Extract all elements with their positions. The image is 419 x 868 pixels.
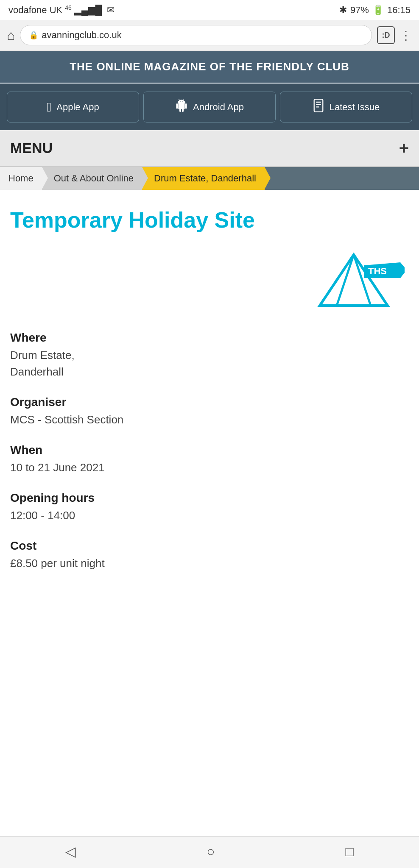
url-text: avanningclub.co.uk [42, 30, 121, 41]
main-content: Temporary Holiday Site THS Where Drum Es… [0, 190, 419, 604]
home-icon[interactable]: ⌂ [7, 28, 15, 43]
opening-hours-value: 12:00 - 14:00 [10, 507, 409, 524]
app-buttons-row:  Apple App Android App Latest Issue [0, 84, 419, 130]
when-label: When [10, 443, 409, 457]
browser-bar: ⌂ 🔒 avanningclub.co.uk :D ⋮ [0, 20, 419, 51]
apple-app-label: Apple App [56, 101, 99, 114]
organiser-label: Organiser [10, 395, 409, 409]
lock-icon: 🔒 [29, 31, 38, 40]
address-bar[interactable]: 🔒 avanningclub.co.uk [20, 25, 372, 45]
system-status: ✱ 97% 🔋 16:15 [339, 5, 411, 16]
cost-value: £8.50 per unit night [10, 555, 409, 572]
where-label: Where [10, 331, 409, 345]
breadcrumb-home[interactable]: Home [0, 167, 42, 190]
status-bar: vodafone UK 46 ▂▄▆█ ✉ ✱ 97% 🔋 16:15 [0, 0, 419, 20]
svg-marker-5 [400, 262, 405, 278]
android-icon [175, 99, 188, 115]
magazine-title: THE ONLINE MAGAZINE OF THE FRIENDLY CLUB [70, 60, 349, 73]
signal-type: 46 [65, 4, 72, 11]
where-value: Drum Estate,Danderhall [10, 347, 409, 380]
battery-icon: 🔋 [372, 5, 384, 16]
nav-back-button[interactable]: ◁ [65, 843, 76, 860]
apple-app-button[interactable]:  Apple App [7, 92, 139, 122]
where-section: Where Drum Estate,Danderhall [10, 331, 409, 380]
organiser-value: MCS - Scottish Section [10, 412, 409, 428]
menu-label: MENU [10, 140, 53, 156]
page-title: Temporary Holiday Site [10, 207, 409, 233]
clock: 16:15 [387, 5, 411, 16]
menu-toggle-icon[interactable]: + [399, 139, 409, 158]
battery-percent: 97% [350, 5, 369, 16]
tab-indicator: :D [382, 31, 390, 40]
cost-label: Cost [10, 539, 409, 553]
organiser-section: Organiser MCS - Scottish Section [10, 395, 409, 428]
nav-home-button[interactable]: ○ [207, 844, 215, 860]
tab-switcher[interactable]: :D [377, 26, 395, 44]
svg-line-2 [337, 255, 354, 306]
carrier-info: vodafone UK 46 ▂▄▆█ ✉ [8, 4, 115, 16]
breadcrumb-outabout-label: Out & About Online [54, 173, 134, 184]
nav-recent-button[interactable]: □ [346, 844, 354, 860]
breadcrumb-location-label: Drum Estate, Danderhall [154, 173, 256, 184]
breadcrumb-home-label: Home [8, 173, 34, 184]
ths-logo: THS [10, 246, 409, 314]
breadcrumb-outabout[interactable]: Out & About Online [42, 167, 142, 190]
opening-hours-section: Opening hours 12:00 - 14:00 [10, 491, 409, 524]
email-icon: ✉ [107, 5, 115, 15]
bottom-nav: ◁ ○ □ [0, 836, 419, 868]
carrier-text: vodafone UK [8, 5, 62, 15]
apple-icon:  [47, 100, 51, 114]
android-app-button[interactable]: Android App [143, 92, 276, 122]
svg-marker-1 [320, 255, 388, 306]
android-app-label: Android App [193, 101, 244, 114]
bluetooth-icon: ✱ [339, 5, 347, 16]
browser-menu-dots[interactable]: ⋮ [400, 28, 412, 42]
cost-section: Cost £8.50 per unit night [10, 539, 409, 572]
opening-hours-label: Opening hours [10, 491, 409, 505]
svg-line-3 [354, 255, 371, 306]
when-value: 10 to 21 June 2021 [10, 459, 409, 476]
magazine-header: THE ONLINE MAGAZINE OF THE FRIENDLY CLUB [0, 51, 419, 83]
when-section: When 10 to 21 June 2021 [10, 443, 409, 476]
latest-issue-button[interactable]: Latest Issue [280, 92, 412, 122]
menu-bar[interactable]: MENU + [0, 130, 419, 167]
signal-bars: ▂▄▆█ [74, 5, 102, 15]
svg-rect-0 [314, 99, 323, 112]
svg-text:THS: THS [368, 266, 387, 276]
breadcrumb: Home Out & About Online Drum Estate, Dan… [0, 167, 419, 190]
breadcrumb-location[interactable]: Drum Estate, Danderhall [142, 167, 265, 190]
document-icon [313, 99, 324, 115]
latest-issue-label: Latest Issue [330, 101, 380, 114]
